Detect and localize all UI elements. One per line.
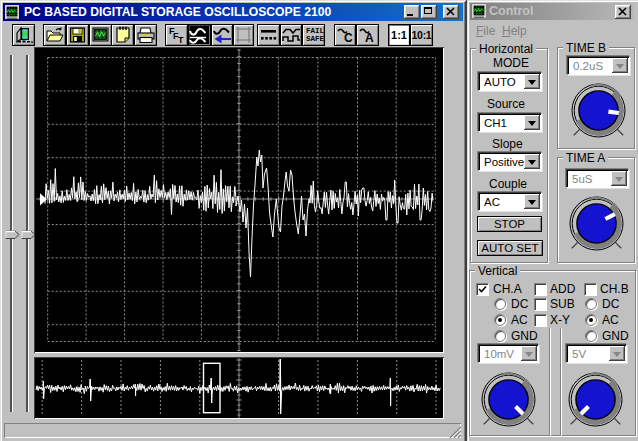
svg-text:T: T: [178, 35, 184, 45]
svg-text:A: A: [365, 31, 374, 45]
svg-text:C: C: [344, 31, 353, 45]
